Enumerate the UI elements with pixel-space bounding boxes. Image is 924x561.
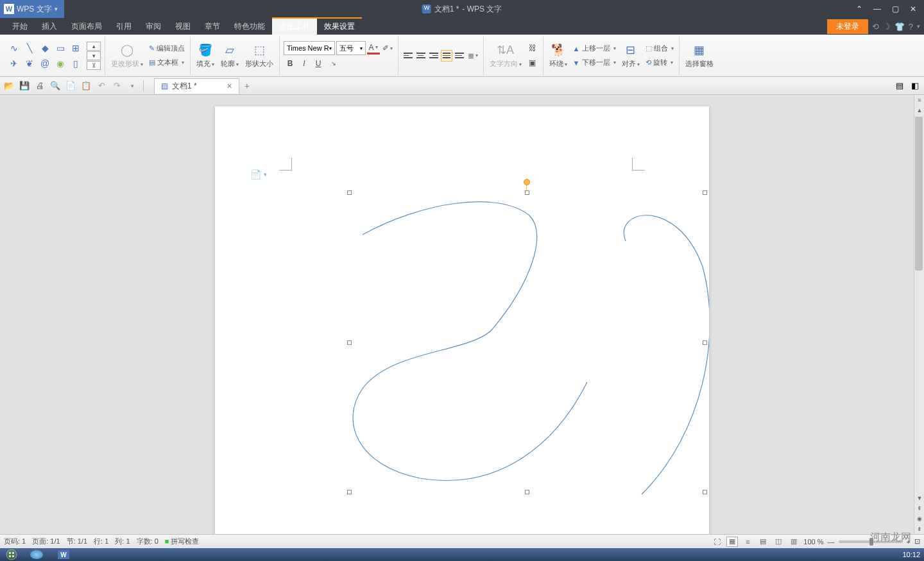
font-size-combo[interactable]: 五号▾ — [336, 41, 366, 55]
scroll-down-icon[interactable]: ▼ — [914, 493, 924, 503]
shape-gallery-down[interactable]: ▾ — [87, 51, 101, 60]
shape-android-icon[interactable]: ◉ — [53, 56, 67, 71]
minimize-icon[interactable]: — — [873, 4, 882, 13]
save-icon[interactable]: 💾 — [19, 80, 30, 92]
redo-icon[interactable]: ↷ — [111, 80, 123, 92]
text-box-button[interactable]: ▤文本框 — [148, 56, 186, 69]
shape-gallery-up[interactable]: ▴ — [87, 42, 101, 51]
tab-effect[interactable]: 效果设置 — [317, 17, 362, 35]
view-reading-icon[interactable]: ◫ — [773, 537, 784, 547]
qat-customize-icon[interactable]: ▾ — [126, 80, 138, 92]
shape-plane-icon[interactable]: ✈ — [7, 56, 21, 71]
new-doc-tab-icon[interactable]: + — [239, 79, 255, 93]
margin-icon[interactable]: ▣ — [526, 56, 539, 69]
tab-special[interactable]: 特色功能 — [227, 19, 272, 35]
taskbar-pin-2[interactable]: W — [50, 548, 77, 561]
align-right-button[interactable] — [428, 50, 440, 62]
shape-leaf-icon[interactable]: ❦ — [22, 56, 37, 71]
print-preview-icon[interactable]: 🔍 — [49, 80, 61, 92]
paste-icon[interactable]: 📄 — [65, 80, 76, 92]
shape-win-icon[interactable]: ⊞ — [69, 41, 83, 55]
shape-phone-icon[interactable]: ▯ — [69, 56, 83, 71]
view-web-icon[interactable]: ▤ — [757, 537, 769, 547]
undo-icon[interactable]: ↶ — [96, 80, 107, 92]
align-objects-button[interactable]: ⊟对齐 — [620, 41, 642, 70]
italic-button[interactable]: I — [298, 57, 311, 70]
maximize-icon[interactable]: ▢ — [891, 4, 900, 13]
tab-view[interactable]: 视图 — [168, 19, 198, 35]
taskbar-clock[interactable]: 10:12 — [902, 551, 920, 558]
bring-forward-button[interactable]: ▲上移一层 — [572, 42, 617, 54]
options-icon[interactable]: ◧ — [909, 80, 921, 92]
rotation-handle[interactable] — [524, 179, 530, 185]
close-icon[interactable]: ✕ — [909, 4, 918, 13]
align-center-button[interactable] — [415, 50, 427, 62]
ribbon-collapse-icon[interactable]: ⌃ — [855, 4, 864, 13]
highlight-button[interactable]: ✐ — [381, 42, 394, 54]
bold-button[interactable]: B — [284, 57, 296, 70]
document-area[interactable]: 📄 ▾ ≡ ▲ ▼ ⇞ ◉ ⇟ — [0, 95, 924, 534]
app-menu[interactable]: W WPS 文字 ▾ — [0, 0, 64, 18]
next-page-icon[interactable]: ⇟ — [914, 524, 924, 534]
link-icon[interactable]: ⛓ — [526, 42, 539, 54]
group-button[interactable]: ⬚组合 — [644, 42, 675, 54]
font-color-button[interactable]: A — [367, 42, 380, 54]
shape-at-icon[interactable]: @ — [38, 56, 52, 71]
start-button[interactable] — [0, 548, 23, 561]
freeform-shape[interactable] — [343, 190, 709, 498]
zoom-out-icon[interactable]: — — [828, 538, 835, 546]
status-page-num[interactable]: 页码: 1 — [4, 537, 26, 546]
align-left-button[interactable] — [402, 50, 414, 62]
shape-diamond-icon[interactable]: ◆ — [38, 41, 52, 55]
skin-icon[interactable]: 👕 — [894, 22, 905, 31]
shape-size-button[interactable]: ⬚形状大小 — [243, 41, 275, 70]
line-spacing-button[interactable]: ≣ — [466, 49, 479, 62]
doc-tab[interactable]: ▤ 文档1 * ✕ — [154, 78, 239, 94]
tab-layout[interactable]: 页面布局 — [64, 19, 109, 35]
reading-mode-icon[interactable]: ▤ — [894, 80, 905, 92]
fill-button[interactable]: 🪣填充 — [194, 41, 216, 70]
view-draft-icon[interactable]: ▥ — [788, 537, 800, 547]
tab-start[interactable]: 开始 — [5, 19, 35, 35]
shape-gallery-more[interactable]: ⊻ — [87, 61, 101, 70]
help-icon[interactable]: ? — [909, 22, 913, 31]
text-direction-button[interactable]: ⇅A文字方向 — [488, 41, 524, 70]
change-shape-button[interactable]: ◯ 更改形状 — [109, 41, 145, 70]
open-icon[interactable]: 📂 — [3, 80, 15, 92]
view-print-icon[interactable]: ▦ — [726, 537, 738, 547]
login-button[interactable]: 未登录 — [827, 19, 868, 34]
help-arrow-icon[interactable]: ▾ — [917, 23, 920, 29]
scroll-thumb[interactable] — [915, 117, 923, 271]
align-distribute-button[interactable] — [454, 50, 465, 62]
tab-insert[interactable]: 插入 — [35, 19, 64, 35]
page[interactable]: 📄 ▾ — [215, 106, 709, 534]
wrap-button[interactable]: 🐕环绕 — [547, 41, 569, 70]
view-fullscreen-icon[interactable]: ⛶ — [711, 537, 723, 547]
font-name-combo[interactable]: Times New R▾ — [284, 41, 335, 55]
status-section[interactable]: 节: 1/1 — [67, 537, 87, 546]
shape-curve-icon[interactable]: ∿ — [7, 41, 21, 55]
tab-drawing[interactable]: 绘图工具 — [272, 17, 317, 35]
dialog-launcher-icon[interactable]: ↘ — [327, 57, 340, 70]
status-col[interactable]: 列: 1 — [115, 537, 130, 546]
outline-button[interactable]: ▱轮廓 — [219, 41, 241, 70]
browse-object-icon[interactable]: ◉ — [914, 514, 924, 524]
prev-page-icon[interactable]: ⇞ — [914, 503, 924, 514]
underline-button[interactable]: U — [312, 57, 325, 70]
status-spell[interactable]: ■拼写检查 — [165, 537, 200, 546]
cut-icon[interactable]: 📋 — [80, 80, 92, 92]
status-words[interactable]: 字数: 0 — [137, 537, 158, 546]
send-backward-button[interactable]: ▼下移一层 — [572, 56, 617, 69]
select-pane-button[interactable]: ▦选择窗格 — [683, 41, 715, 70]
view-outline-icon[interactable]: ≡ — [742, 537, 753, 547]
shape-rect-icon[interactable]: ▭ — [53, 41, 67, 55]
scroll-split-icon[interactable]: ≡ — [914, 95, 924, 105]
doc-tab-close-icon[interactable]: ✕ — [227, 82, 232, 90]
rotate-button[interactable]: ⟲旋转 — [644, 56, 675, 69]
status-page[interactable]: 页面: 1/1 — [32, 537, 60, 546]
tab-chapter[interactable]: 章节 — [198, 19, 227, 35]
shape-line-icon[interactable]: ╲ — [22, 41, 37, 55]
fit-page-icon[interactable]: ⊡ — [914, 537, 920, 546]
vertical-scrollbar[interactable]: ≡ ▲ ▼ ⇞ ◉ ⇟ — [914, 95, 924, 534]
zoom-label[interactable]: 100 % — [803, 538, 823, 546]
